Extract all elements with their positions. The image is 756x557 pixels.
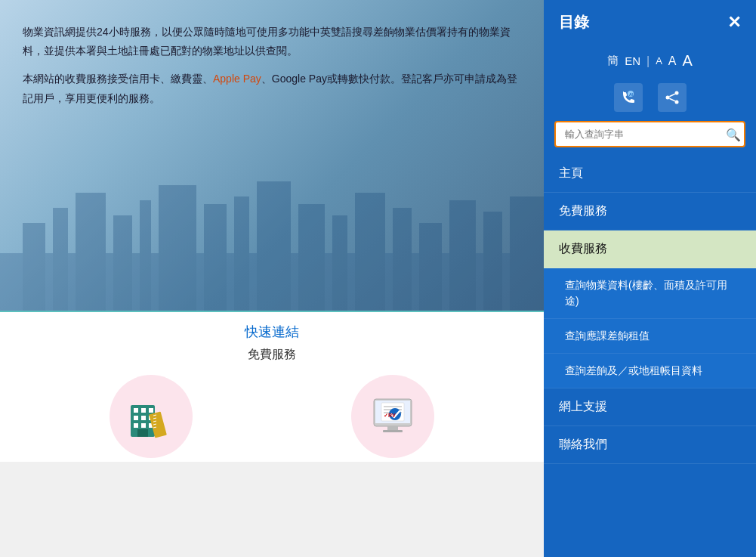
phone-icon: AI — [621, 90, 636, 105]
svg-rect-27 — [149, 408, 153, 413]
svg-point-53 — [674, 91, 678, 95]
svg-rect-8 — [53, 208, 68, 314]
svg-line-56 — [669, 94, 675, 96]
svg-point-55 — [674, 101, 678, 104]
svg-rect-50 — [383, 430, 403, 432]
svg-rect-31 — [134, 423, 138, 428]
free-services-title: 免費服務 — [0, 347, 544, 363]
svg-rect-19 — [393, 208, 412, 314]
nav-sub-item-rent-account[interactable]: 查詢差餉及／或地租帳目資料 — [544, 354, 756, 388]
svg-rect-20 — [419, 223, 442, 314]
building-icon — [125, 390, 177, 443]
nav-item-paid-services[interactable]: 收費服務 — [544, 231, 756, 268]
phone-icon-button[interactable]: AI — [614, 83, 643, 112]
svg-text:✓RV: ✓RV — [384, 413, 396, 418]
service-circle-2: ✓RV — [351, 375, 434, 458]
sidebar-search-bar[interactable]: 🔍 — [554, 121, 745, 147]
city-skyline-icon — [0, 162, 544, 314]
svg-rect-28 — [134, 416, 138, 420]
document-check-icon: ✓RV — [366, 390, 419, 443]
lang-english[interactable]: EN — [625, 54, 640, 67]
hero-para1: 物業資訊網提供24小時服務，以便公眾隨時隨地可使用多功能中英雙語搜尋差餉物業估價… — [23, 23, 521, 60]
hero-section: 物業資訊網提供24小時服務，以便公眾隨時隨地可使用多功能中英雙語搜尋差餉物業估價… — [0, 0, 544, 314]
svg-rect-17 — [332, 215, 347, 314]
svg-rect-13 — [204, 204, 227, 314]
font-size-small-button[interactable]: A — [656, 55, 662, 67]
svg-rect-26 — [141, 408, 146, 413]
svg-rect-18 — [355, 193, 385, 314]
nav-item-contact[interactable]: 聯絡我們 — [544, 426, 756, 464]
svg-line-57 — [669, 98, 675, 101]
service-circle-1 — [110, 375, 193, 458]
svg-point-54 — [665, 96, 669, 100]
svg-rect-34 — [137, 429, 148, 437]
svg-text:AI: AI — [629, 92, 634, 97]
svg-rect-16 — [298, 204, 325, 314]
svg-rect-21 — [449, 200, 476, 314]
nav-item-free-services[interactable]: 免費服務 — [544, 193, 756, 231]
nav-sub-item-property-info[interactable]: 查詢物業資料(樓齡、面積及許可用途) — [544, 268, 756, 319]
language-selector: 簡 EN | A A A — [544, 45, 756, 77]
hero-text-block: 物業資訊網提供24小時服務，以便公眾隨時隨地可使用多功能中英雙語搜尋差餉物業估價… — [23, 23, 521, 117]
nav-item-home[interactable]: 主頁 — [544, 155, 756, 193]
nav-item-online-support[interactable]: 網上支援 — [544, 388, 756, 426]
main-content: 物業資訊網提供24小時服務，以便公眾隨時隨地可使用多功能中英雙語搜尋差餉物業估價… — [0, 0, 544, 462]
quick-links-section: 快速連結 免費服務 — [0, 311, 544, 462]
svg-rect-29 — [141, 416, 146, 420]
apple-pay-highlight: Apple Pay — [213, 73, 261, 85]
svg-rect-49 — [387, 426, 398, 430]
svg-rect-32 — [141, 423, 146, 428]
sidebar-header: 目錄 ✕ — [544, 0, 756, 45]
service-item-1[interactable]: 個別繳納人的物業資料(面積及樓齡) — [110, 375, 193, 462]
svg-rect-15 — [257, 181, 291, 314]
hero-para2: 本網站的收費服務接受信用卡、繳費靈、Apple Pay、Google Pay或轉… — [23, 70, 521, 107]
svg-rect-25 — [134, 408, 138, 413]
share-icon-button[interactable] — [658, 83, 687, 112]
service-item-2[interactable]: ✓RV 公眾查閱估價冊及地租登記冊 — [351, 375, 434, 462]
sidebar-panel[interactable]: 目錄 ✕ 簡 EN | A A A AI — [544, 0, 756, 557]
svg-rect-14 — [234, 196, 249, 314]
svg-rect-7 — [23, 223, 45, 314]
sidebar-close-button[interactable]: ✕ — [727, 13, 741, 32]
search-input[interactable] — [554, 121, 745, 147]
svg-rect-11 — [140, 200, 151, 314]
font-size-medium-button[interactable]: A — [668, 54, 677, 68]
svg-rect-10 — [113, 215, 132, 314]
svg-rect-23 — [510, 196, 544, 314]
hero-para2-prefix: 本網站的收費服務接受信用卡、繳費靈、 — [23, 73, 213, 85]
search-button[interactable]: 🔍 — [726, 127, 741, 141]
svg-rect-12 — [159, 185, 196, 314]
quick-links-title: 快速連結 — [0, 311, 544, 347]
lang-simplified-chinese[interactable]: 簡 — [607, 54, 619, 68]
svg-rect-9 — [76, 193, 106, 314]
share-icon — [665, 90, 680, 105]
service-icons-row: 個別繳納人的物業資料(面積及樓齡) — [0, 375, 544, 462]
sidebar-title: 目錄 — [559, 12, 589, 32]
svg-rect-22 — [483, 212, 502, 314]
nav-sub-item-rateable-value[interactable]: 查詢應課差餉租值 — [544, 319, 756, 354]
sidebar-icon-buttons: AI — [544, 77, 756, 121]
font-size-large-button[interactable]: A — [683, 52, 693, 70]
